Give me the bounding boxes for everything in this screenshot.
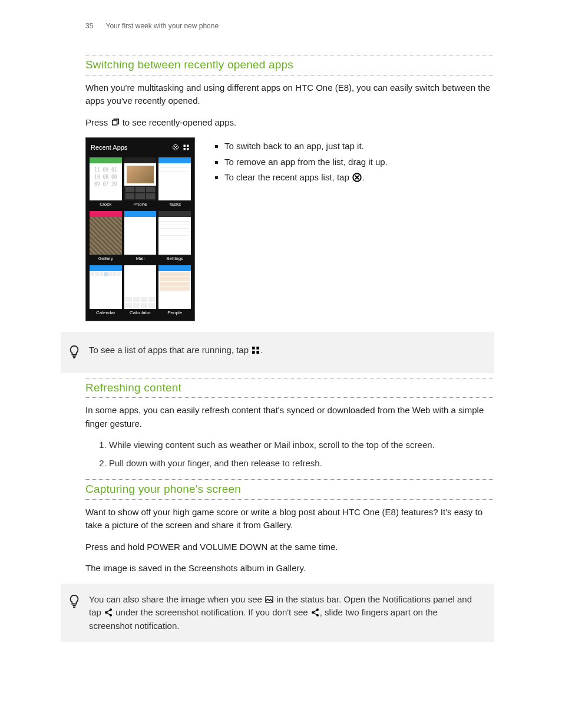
screenshot-and-bullets: Recent Apps 11 09 0110 08 0009 07 59Cloc…: [85, 137, 494, 321]
svg-rect-9: [252, 351, 255, 354]
section-title-refreshing: Refreshing content: [85, 378, 494, 398]
app-thumb: Phone: [124, 157, 157, 209]
svg-rect-5: [187, 148, 189, 150]
app-thumb: Gallery: [90, 211, 122, 263]
app-thumb: 11 09 0110 08 0009 07 59Clock: [90, 157, 122, 209]
picture-icon: [265, 595, 274, 604]
header-section: Your first week with your new phone: [105, 22, 219, 30]
list-item: Pull down with your finger, and then rel…: [109, 457, 494, 470]
paragraph: Press and hold POWER and VOLUME DOWN at …: [85, 541, 494, 554]
paragraph: In some apps, you can easily refresh con…: [85, 404, 494, 430]
svg-rect-7: [252, 347, 255, 350]
app-thumb: Calculator: [124, 265, 157, 317]
section-title-capturing: Capturing your phone's screen: [85, 479, 494, 500]
close-all-icon: [172, 144, 179, 151]
tip-text: To see a list of apps that are running, …: [89, 344, 263, 357]
svg-rect-8: [257, 347, 260, 350]
list-item: While viewing content such as weather or…: [109, 439, 494, 452]
paragraph: When you're multitasking and using diffe…: [85, 81, 494, 108]
list-item: To clear the recent apps list, tap .: [224, 171, 388, 185]
svg-rect-4: [184, 148, 186, 150]
paragraph: Want to show off your high game score or…: [85, 506, 494, 532]
app-thumb: Calendar: [90, 265, 122, 317]
lightbulb-icon: [68, 345, 81, 361]
paragraph: The image is saved in the Screenshots al…: [85, 562, 494, 575]
screenshot-title: Recent Apps: [91, 143, 127, 153]
page-number: 35: [85, 22, 93, 30]
app-thumb: Mail: [124, 211, 157, 263]
section-title-switching: Switching between recently opened apps: [85, 55, 494, 75]
recent-apps-screenshot: Recent Apps 11 09 0110 08 0009 07 59Cloc…: [85, 137, 195, 321]
apps-grid-icon: [251, 345, 260, 355]
bullet-list: To switch back to an app, just tap it. T…: [213, 137, 388, 321]
svg-rect-10: [257, 351, 260, 354]
page-header: 35 Your first week with your new phone: [85, 21, 494, 31]
svg-rect-0: [112, 120, 117, 125]
tip-box: You can also share the image when you se…: [61, 584, 494, 643]
lightbulb-icon: [68, 594, 81, 611]
tip-text: You can also share the image when you se…: [89, 593, 482, 633]
grid-icon: [183, 144, 190, 151]
share-icon: [104, 608, 113, 617]
share-icon: [310, 608, 320, 617]
recent-apps-icon: [111, 118, 120, 127]
app-thumb: Settings: [158, 211, 191, 263]
app-thumb: Tasks: [158, 157, 191, 209]
list-item: To switch back to an app, just tap it.: [224, 140, 388, 153]
tip-box: To see a list of apps that are running, …: [61, 332, 494, 373]
app-thumb: People: [158, 265, 191, 317]
list-item: To remove an app from the list, drag it …: [224, 156, 388, 169]
svg-rect-2: [184, 145, 186, 147]
clear-all-icon: [352, 172, 362, 183]
numbered-list: While viewing content such as weather or…: [85, 439, 494, 470]
svg-rect-3: [187, 145, 189, 147]
paragraph: Press to see recently-opened apps.: [85, 116, 494, 130]
